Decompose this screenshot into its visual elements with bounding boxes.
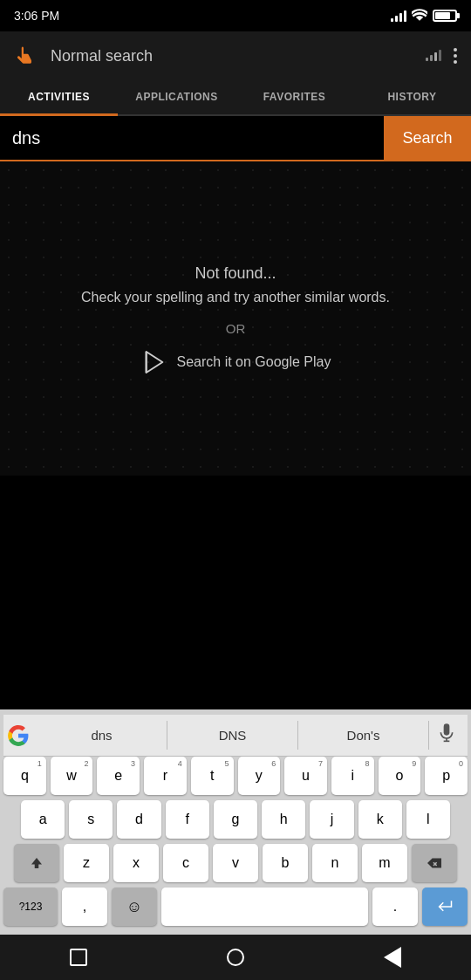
signal-indicator	[426, 51, 441, 61]
key-y[interactable]: 6y	[238, 757, 281, 795]
search-button[interactable]: Search	[384, 116, 471, 160]
key-x[interactable]: x	[113, 844, 159, 882]
tab-activities[interactable]: ACTIVITIES	[0, 80, 118, 116]
suggestions-row: dns DNS Don's	[3, 715, 468, 757]
key-j[interactable]: j	[310, 800, 353, 839]
more-options-button[interactable]	[450, 45, 461, 67]
symbols-key[interactable]: ?123	[3, 887, 58, 926]
google-play-text: Search it on Google Play	[177, 354, 331, 370]
key-c[interactable]: c	[163, 844, 208, 882]
space-key[interactable]	[161, 887, 368, 926]
content-area: Not found... Check your spelling and try…	[0, 161, 471, 476]
key-l[interactable]: l	[406, 800, 450, 839]
wifi-icon	[412, 9, 427, 24]
key-z[interactable]: z	[64, 844, 109, 882]
tab-favorites[interactable]: FAVORITES	[236, 80, 353, 114]
suggestion-dns-lower[interactable]: dns	[37, 721, 167, 750]
search-input[interactable]	[0, 116, 384, 160]
key-v[interactable]: v	[213, 844, 258, 882]
status-bar: 3:06 PM	[0, 0, 471, 31]
emoji-key[interactable]: ☺	[112, 887, 157, 926]
key-w[interactable]: 2w	[51, 757, 93, 795]
key-f[interactable]: f	[166, 800, 209, 839]
keyboard: dns DNS Don's 1q 2w 3e 4r 5t 6y 7u 8i 9o…	[0, 709, 471, 935]
backspace-key[interactable]	[412, 844, 457, 882]
key-d[interactable]: d	[117, 800, 160, 839]
key-h[interactable]: h	[262, 800, 305, 839]
key-s[interactable]: s	[69, 800, 113, 839]
enter-key[interactable]	[422, 887, 468, 926]
stop-icon	[70, 949, 87, 966]
keyboard-row-1: 1q 2w 3e 4r 5t 6y 7u 8i 9o 0p	[3, 757, 468, 795]
not-found-description: Check your spelling and try another simi…	[81, 290, 390, 305]
key-comma[interactable]: ,	[62, 887, 107, 926]
key-p[interactable]: 0p	[425, 757, 468, 795]
key-period[interactable]: .	[372, 887, 418, 926]
status-icons	[391, 9, 457, 24]
status-time: 3:06 PM	[14, 9, 59, 23]
google-play-link[interactable]: Search it on Google Play	[140, 348, 331, 376]
search-bar: Search	[0, 116, 471, 161]
battery-icon	[433, 10, 457, 22]
not-found-title: Not found...	[195, 264, 276, 282]
keyboard-row-2: a s d f g h j k l	[3, 800, 468, 839]
suggestion-dns-upper[interactable]: DNS	[167, 721, 298, 750]
tab-bar: ACTIVITIES APPLICATIONS FAVORITES HISTOR…	[0, 80, 471, 116]
nav-bar	[0, 935, 471, 980]
stop-button[interactable]	[52, 940, 105, 975]
suggestion-dons[interactable]: Don's	[298, 721, 429, 750]
tab-applications[interactable]: APPLICATIONS	[118, 80, 236, 114]
touch-icon	[10, 40, 42, 72]
key-g[interactable]: g	[214, 800, 257, 839]
key-u[interactable]: 7u	[284, 757, 327, 795]
key-b[interactable]: b	[263, 844, 308, 882]
key-q[interactable]: 1q	[3, 757, 46, 795]
key-a[interactable]: a	[21, 800, 65, 839]
signal-strength-icon	[391, 10, 406, 22]
key-m[interactable]: m	[362, 844, 407, 882]
svg-rect-2	[444, 723, 450, 735]
tab-history[interactable]: HISTORY	[353, 80, 471, 114]
key-o[interactable]: 9o	[379, 757, 421, 795]
key-i[interactable]: 8i	[331, 757, 374, 795]
back-icon	[384, 947, 401, 968]
title-bar: Normal search	[0, 31, 471, 80]
key-e[interactable]: 3e	[97, 757, 140, 795]
page-title: Normal search	[51, 47, 417, 65]
home-button[interactable]	[209, 940, 262, 975]
key-n[interactable]: n	[312, 844, 358, 882]
key-t[interactable]: 5t	[191, 757, 234, 795]
keyboard-row-4: ?123 , ☺ .	[3, 887, 468, 926]
voice-input-button[interactable]	[429, 716, 464, 755]
or-separator: OR	[226, 321, 246, 336]
shift-key[interactable]	[14, 844, 59, 882]
back-button[interactable]	[366, 938, 419, 977]
home-icon	[227, 949, 244, 966]
key-r[interactable]: 4r	[144, 757, 187, 795]
svg-marker-0	[146, 352, 162, 373]
keyboard-row-3: z x c v b n m	[3, 844, 468, 882]
key-k[interactable]: k	[358, 800, 402, 839]
